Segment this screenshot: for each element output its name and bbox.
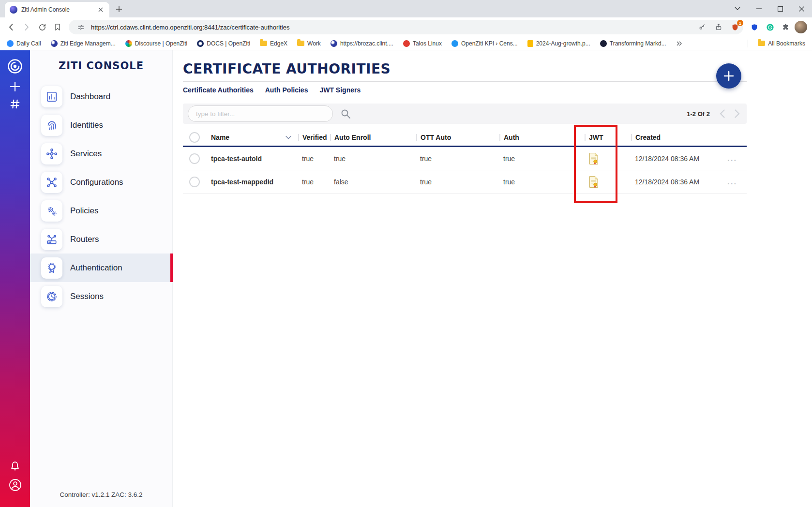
sidebar-item-label: Services [70, 149, 102, 159]
sidebar-item-label: Dashboard [70, 92, 110, 102]
close-button[interactable] [791, 0, 812, 17]
bookmark-item[interactable]: Ziti Edge Managem... [51, 40, 116, 47]
ziti-favicon-icon [331, 40, 337, 47]
bookmark-item[interactable]: Transforming Markd... [600, 40, 666, 47]
auth-cell: true [499, 155, 585, 163]
table-row[interactable]: tpca-test-autoId true true true true [183, 147, 747, 170]
ziti-favicon-icon [10, 6, 17, 14]
sidebar-item-routers[interactable]: Routers [30, 225, 172, 254]
password-key-icon[interactable] [696, 21, 708, 33]
bookmark-item[interactable]: OpenZiti KPI › Cens... [451, 40, 518, 47]
tab-certificate-authorities[interactable]: Certificate Authorities [183, 86, 254, 94]
filter-input[interactable] [188, 105, 333, 122]
clock-icon [41, 286, 62, 307]
sidebar-item-authentication[interactable]: Authentication [30, 254, 172, 282]
share-icon[interactable] [712, 21, 725, 33]
sidebar-item-services[interactable]: Services [30, 139, 172, 168]
bookmarks-overflow-chevron-icon[interactable] [676, 41, 682, 46]
ziti-extension-shield-icon[interactable] [747, 20, 762, 34]
dashboard-icon [41, 86, 62, 107]
url-text[interactable]: https://ctrl.cdaws.clint.demo.openziti.o… [91, 24, 692, 31]
sidebar-item-configurations[interactable]: Configurations [30, 168, 172, 196]
bookmark-item[interactable]: https://brozac.clint.... [331, 40, 393, 47]
chevron-left-icon[interactable] [720, 109, 725, 118]
network-config-icon [41, 172, 62, 193]
created-cell: 12/18/2024 08:36 AM [631, 178, 727, 186]
droplet-favicon-icon [451, 40, 458, 47]
bookmark-item[interactable]: DOCS | OpenZiti [197, 40, 250, 47]
address-bar[interactable]: https://ctrl.cdaws.clint.demo.openziti.o… [69, 20, 743, 34]
profile-avatar[interactable] [794, 20, 808, 34]
maximize-button[interactable] [769, 0, 791, 17]
bookmark-item[interactable]: Work [297, 40, 321, 47]
sort-chevron-down-icon[interactable] [286, 135, 291, 139]
table-row[interactable]: tpca-test-mappedId true false true true [183, 170, 747, 194]
bookmark-item[interactable]: Discourse | OpenZiti [125, 40, 188, 47]
certificate-authorities-table: Name Verified Auto Enroll OTT Auto Auth … [183, 129, 747, 194]
all-bookmarks-button[interactable]: All Bookmarks [758, 40, 805, 47]
rewards-shield-icon[interactable]: 1 [729, 21, 741, 33]
bookmark-item[interactable]: Talos Linux [403, 40, 442, 47]
save-bookmark-icon[interactable] [50, 20, 65, 34]
tab-jwt-signers[interactable]: JWT Signers [319, 86, 361, 94]
auth-cell: true [499, 178, 585, 186]
left-rail [0, 50, 30, 507]
sidebar-item-label: Configurations [70, 178, 123, 187]
pagination: 1-2 Of 2 [687, 109, 740, 118]
add-certificate-authority-button[interactable] [716, 63, 741, 89]
forward-button[interactable] [19, 20, 34, 34]
grammarly-extension-icon[interactable] [763, 20, 777, 34]
tab-search-chevron-icon[interactable] [727, 0, 748, 17]
sidebar-item-label: Authentication [70, 263, 122, 273]
tab-auth-policies[interactable]: Auth Policies [265, 86, 308, 94]
tab-title: Ziti Admin Console [21, 6, 93, 13]
row-menu-icon[interactable]: ... [727, 154, 747, 164]
sidebar-item-identities[interactable]: Identities [30, 111, 172, 139]
notifications-bell-icon[interactable] [9, 460, 21, 472]
bookmark-item[interactable]: Daily Call [7, 40, 41, 47]
row-menu-icon[interactable]: ... [727, 177, 747, 187]
refresh-button[interactable] [35, 20, 49, 34]
column-header-ott-auto[interactable]: OTT Auto [416, 134, 499, 141]
file-favicon-icon [527, 40, 533, 47]
ziti-favicon-icon [51, 40, 58, 47]
browser-tab-strip: Ziti Admin Console [0, 0, 812, 17]
bookmark-item[interactable]: EdgeX [260, 40, 287, 47]
discourse-favicon-icon [125, 40, 132, 47]
search-icon[interactable] [340, 108, 351, 119]
row-checkbox[interactable] [189, 177, 200, 187]
sidebar-item-sessions[interactable]: Sessions [30, 282, 172, 311]
column-header-verified[interactable]: Verified [298, 134, 330, 141]
ca-name-cell: tpca-test-mappedId [208, 178, 298, 186]
minimize-button[interactable] [748, 0, 769, 17]
back-button[interactable] [4, 20, 18, 34]
chevron-right-icon[interactable] [735, 109, 740, 118]
column-header-auth[interactable]: Auth [499, 134, 585, 141]
column-header-created[interactable]: Created [631, 134, 727, 141]
jwt-certificate-icon[interactable] [585, 176, 631, 188]
rail-hash-button[interactable] [10, 99, 20, 109]
ziti-logo-icon [7, 58, 23, 75]
column-header-auto-enroll[interactable]: Auto Enroll [330, 134, 416, 141]
rail-add-button[interactable] [10, 81, 20, 92]
shield-badge: 1 [737, 20, 743, 26]
sidebar-item-label: Policies [70, 206, 99, 216]
bookmark-item[interactable]: 2024-Aug-growth.p... [527, 40, 590, 47]
sidebar-item-label: Identities [70, 120, 103, 130]
sidebar-item-dashboard[interactable]: Dashboard [30, 82, 172, 111]
ott-auto-cell: true [416, 178, 499, 186]
site-settings-tune-icon[interactable] [75, 21, 87, 33]
browser-tab[interactable]: Ziti Admin Console [5, 2, 109, 17]
sidebar-item-policies[interactable]: Policies [30, 196, 172, 225]
column-header-name[interactable]: Name [208, 134, 298, 141]
tab-close-icon[interactable] [97, 6, 105, 14]
new-tab-button[interactable] [112, 2, 126, 16]
row-checkbox[interactable] [189, 153, 200, 164]
jwt-certificate-icon[interactable] [585, 152, 631, 165]
column-header-jwt[interactable]: JWT [585, 134, 631, 141]
profile-person-icon[interactable] [9, 478, 22, 492]
sidebar: ZITI CONSOLE Dashboard Identities Servic… [30, 50, 173, 507]
select-all-checkbox[interactable] [189, 132, 200, 143]
page-title: CERTIFICATE AUTHORITIES [183, 61, 747, 77]
extensions-puzzle-icon[interactable] [778, 20, 793, 34]
